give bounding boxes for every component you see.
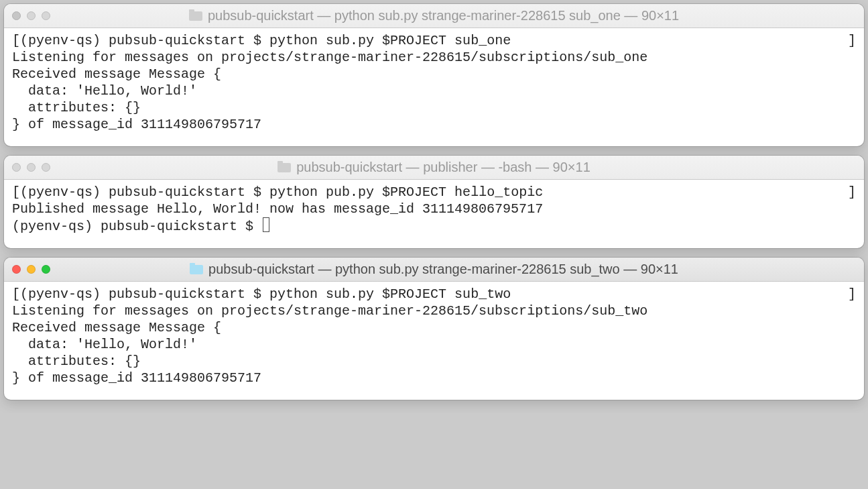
- terminal-line: } of message_id 311149806795717: [12, 116, 856, 133]
- folder-icon: [190, 265, 203, 274]
- traffic-lights: [12, 163, 50, 172]
- terminal-text: } of message_id 311149806795717: [12, 370, 856, 386]
- terminal-text: (pyenv-qs) pubsub-quickstart $ python pu…: [20, 184, 848, 201]
- prompt-left-bracket: [: [12, 32, 20, 49]
- minimize-button[interactable]: [27, 163, 36, 172]
- cursor-icon: [263, 217, 269, 232]
- title-wrap: pubsub-quickstart — python sub.py strang…: [4, 262, 864, 277]
- terminal-body[interactable]: [(pyenv-qs) pubsub-quickstart $ python p…: [4, 180, 864, 248]
- prompt-right-bracket: ]: [848, 286, 856, 303]
- terminal-line: Received message Message {: [12, 66, 856, 83]
- traffic-lights: [12, 265, 50, 274]
- terminal-text: (pyenv-qs) pubsub-quickstart $ python su…: [20, 286, 848, 303]
- terminal-line: data: 'Hello, World!': [12, 83, 856, 99]
- minimize-button[interactable]: [27, 11, 36, 20]
- terminal-text: (pyenv-qs) pubsub-quickstart $ python su…: [20, 32, 848, 49]
- terminal-body[interactable]: [(pyenv-qs) pubsub-quickstart $ python s…: [4, 282, 864, 400]
- zoom-button[interactable]: [42, 163, 50, 172]
- folder-icon: [277, 163, 291, 172]
- terminal-text: data: 'Hello, World!': [12, 83, 856, 99]
- terminal-line: Listening for messages on projects/stran…: [12, 303, 856, 319]
- terminal-line: [(pyenv-qs) pubsub-quickstart $ python s…: [12, 32, 856, 49]
- titlebar[interactable]: pubsub-quickstart — python sub.py strang…: [4, 258, 864, 282]
- title-wrap: pubsub-quickstart — python sub.py strang…: [4, 8, 864, 23]
- terminal-line: data: 'Hello, World!': [12, 336, 856, 353]
- close-button[interactable]: [12, 11, 21, 20]
- terminal-line: Published message Hello, World! now has …: [12, 201, 856, 217]
- terminal-window: pubsub-quickstart — python sub.py strang…: [4, 4, 864, 146]
- prompt-right-bracket: ]: [848, 184, 856, 201]
- terminal-line: Listening for messages on projects/stran…: [12, 49, 856, 66]
- terminal-line: } of message_id 311149806795717: [12, 370, 856, 386]
- terminal-line: attributes: {}: [12, 99, 856, 116]
- folder-icon: [189, 11, 202, 21]
- terminal-text: attributes: {}: [12, 99, 856, 116]
- window-title: pubsub-quickstart — python sub.py strang…: [208, 8, 679, 23]
- terminal-line: attributes: {}: [12, 353, 856, 370]
- terminal-line: Received message Message {: [12, 319, 856, 336]
- prompt-left-bracket: [: [12, 286, 20, 303]
- zoom-button[interactable]: [42, 11, 50, 20]
- terminal-window: pubsub-quickstart — python sub.py strang…: [4, 258, 864, 400]
- close-button[interactable]: [12, 265, 21, 274]
- traffic-lights: [12, 11, 50, 20]
- minimize-button[interactable]: [27, 265, 36, 274]
- terminal-line: (pyenv-qs) pubsub-quickstart $: [12, 217, 856, 235]
- window-title: pubsub-quickstart — python sub.py strang…: [208, 262, 678, 277]
- terminal-text: Listening for messages on projects/stran…: [12, 49, 856, 66]
- terminal-text: Received message Message {: [12, 66, 856, 83]
- terminal-body[interactable]: [(pyenv-qs) pubsub-quickstart $ python s…: [4, 28, 864, 146]
- titlebar[interactable]: pubsub-quickstart — publisher — -bash — …: [4, 156, 864, 180]
- terminal-window: pubsub-quickstart — publisher — -bash — …: [4, 156, 864, 248]
- title-wrap: pubsub-quickstart — publisher — -bash — …: [4, 160, 864, 175]
- terminal-text: Received message Message {: [12, 319, 856, 336]
- terminal-text: attributes: {}: [12, 353, 856, 370]
- terminal-text: Listening for messages on projects/stran…: [12, 303, 856, 319]
- titlebar[interactable]: pubsub-quickstart — python sub.py strang…: [4, 4, 864, 28]
- terminal-line: [(pyenv-qs) pubsub-quickstart $ python p…: [12, 184, 856, 201]
- prompt-left-bracket: [: [12, 184, 20, 201]
- terminal-text: data: 'Hello, World!': [12, 336, 856, 353]
- prompt-right-bracket: ]: [848, 32, 856, 49]
- close-button[interactable]: [12, 163, 21, 172]
- terminal-line: [(pyenv-qs) pubsub-quickstart $ python s…: [12, 286, 856, 303]
- window-title: pubsub-quickstart — publisher — -bash — …: [296, 160, 591, 175]
- terminal-text: Published message Hello, World! now has …: [12, 201, 856, 217]
- zoom-button[interactable]: [42, 265, 50, 274]
- terminal-text: } of message_id 311149806795717: [12, 116, 856, 133]
- terminal-text: (pyenv-qs) pubsub-quickstart $: [12, 217, 856, 235]
